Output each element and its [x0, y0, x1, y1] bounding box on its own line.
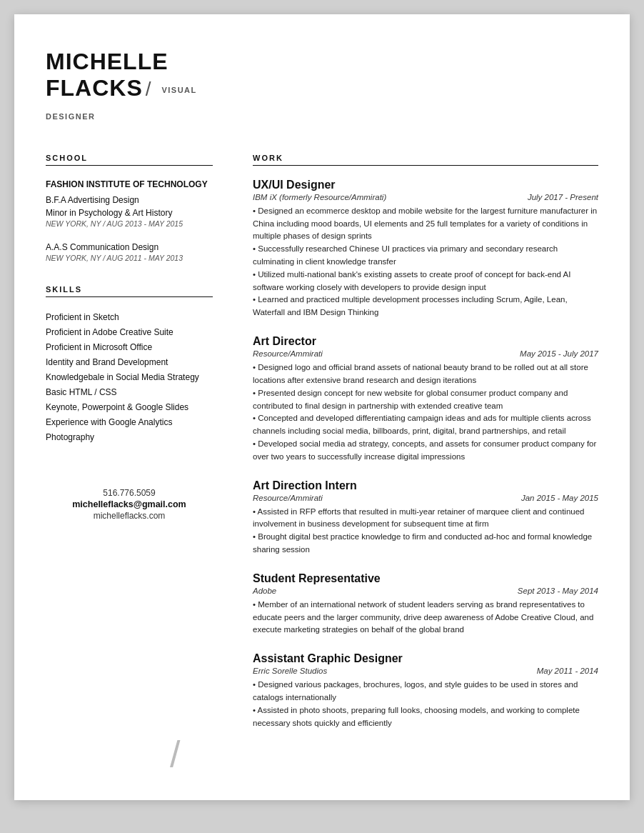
- job-block-1: Art Director Resource/Ammirati May 2015 …: [253, 335, 598, 464]
- skill-4: Knowledgebale in Social Media Strategy: [46, 370, 213, 385]
- bullet-0-3: • Learned and practiced multiple develop…: [253, 294, 598, 319]
- job-company-4: Erric Sorelle Studios: [253, 667, 327, 675]
- skill-1: Proficient in Adobe Creative Suite: [46, 325, 213, 340]
- skill-3: Identity and Brand Development: [46, 355, 213, 370]
- bullet-3-0: • Member of an international network of …: [253, 599, 598, 637]
- location-1: NEW YORK, NY / AUG 2013 - MAY 2015: [46, 219, 213, 228]
- contact-section: 516.776.5059 michelleflacks@gmail.com mi…: [46, 488, 213, 521]
- job-title-3: Student Representative: [253, 572, 598, 585]
- job-dates-3: Sept 2013 - May 2014: [518, 587, 598, 595]
- first-name: MICHELLE: [46, 49, 168, 74]
- header: MICHELLE FLACKS/ VISUALDESIGNER: [46, 49, 598, 128]
- school-block-2: A.A.S Communication Design NEW YORK, NY …: [46, 241, 213, 262]
- job-dates-1: May 2015 - July 2017: [520, 349, 598, 358]
- two-column-layout: SCHOOL FASHION INSTITUTE OF TECHNOLOGY B…: [46, 154, 598, 743]
- job-company-0: IBM iX (formerly Resource/Ammirati): [253, 193, 386, 201]
- bullet-0-1: • Successfully researched Chinese UI pra…: [253, 243, 598, 269]
- resume-page: MICHELLE FLACKS/ VISUALDESIGNER SCHOOL F…: [14, 14, 630, 800]
- minor-1: Minor in Psychology & Art History: [46, 206, 213, 219]
- job-company-2: Resource/Ammirati: [253, 494, 323, 502]
- school-section-label: SCHOOL: [46, 154, 213, 166]
- job-bullets-0: • Designed an ecommerce desktop and mobi…: [253, 205, 598, 319]
- job-dates-0: July 2017 - Present: [528, 193, 598, 201]
- job-meta-2: Resource/Ammirati Jan 2015 - May 2015: [253, 494, 598, 502]
- last-name-text: FLACKS: [46, 75, 143, 101]
- bullet-4-1: • Assisted in photo shoots, preparing fu…: [253, 704, 598, 730]
- job-meta-1: Resource/Ammirati May 2015 - July 2017: [253, 349, 598, 358]
- decorative-slash: /: [170, 736, 180, 773]
- skills-section-label: SKILLS: [46, 285, 213, 297]
- right-column: WORK UX/UI Designer IBM iX (formerly Res…: [230, 154, 598, 743]
- job-title-4: Assistant Graphic Designer: [253, 652, 598, 665]
- job-bullets-3: • Member of an international network of …: [253, 599, 598, 637]
- bullet-2-0: • Assisted in RFP efforts that resulted …: [253, 506, 598, 532]
- last-name: FLACKS/ VISUALDESIGNER: [46, 75, 598, 128]
- job-bullets-4: • Designed various packages, brochures, …: [253, 679, 598, 729]
- skill-6: Keynote, Powerpoint & Google Slides: [46, 400, 213, 415]
- bullet-4-0: • Designed various packages, brochures, …: [253, 679, 598, 704]
- job-block-2: Art Direction Intern Resource/Ammirati J…: [253, 479, 598, 557]
- bullet-1-0: • Designed logo and official brand asset…: [253, 361, 598, 387]
- skill-7: Experience with Google Analytics: [46, 415, 213, 430]
- job-company-3: Adobe: [253, 587, 276, 595]
- bullet-0-2: • Utilized multi-national bank's existin…: [253, 269, 598, 294]
- school-name-1: FASHION INSTITUTE OF TECHNOLOGY: [46, 179, 213, 191]
- contact-phone: 516.776.5059: [46, 488, 213, 498]
- degree-1: B.F.A Advertising Design: [46, 194, 213, 206]
- job-meta-3: Adobe Sept 2013 - May 2014: [253, 587, 598, 595]
- bullet-1-3: • Developed social media ad strategy, co…: [253, 438, 598, 464]
- school-section: SCHOOL FASHION INSTITUTE OF TECHNOLOGY B…: [46, 154, 213, 262]
- job-block-4: Assistant Graphic Designer Erric Sorelle…: [253, 652, 598, 729]
- school-block-1: FASHION INSTITUTE OF TECHNOLOGY B.F.A Ad…: [46, 179, 213, 228]
- skills-section: SKILLS Proficient in Sketch Proficient i…: [46, 285, 213, 445]
- job-dates-2: Jan 2015 - May 2015: [521, 494, 598, 502]
- work-section-label: WORK: [253, 154, 598, 166]
- job-company-1: Resource/Ammirati: [253, 349, 323, 358]
- job-bullets-1: • Designed logo and official brand asset…: [253, 361, 598, 464]
- job-bullets-2: • Assisted in RFP efforts that resulted …: [253, 506, 598, 557]
- bullet-0-0: • Designed an ecommerce desktop and mobi…: [253, 205, 598, 243]
- left-column: SCHOOL FASHION INSTITUTE OF TECHNOLOGY B…: [46, 154, 230, 743]
- header-slash: /: [146, 78, 152, 100]
- bullet-2-1: • Brought digital best practice knowledg…: [253, 531, 598, 557]
- skill-2: Proficient in Microsoft Office: [46, 340, 213, 355]
- contact-website: michelleflacks.com: [46, 511, 213, 521]
- job-title-2: Art Direction Intern: [253, 479, 598, 492]
- skill-0: Proficient in Sketch: [46, 310, 213, 325]
- job-meta-4: Erric Sorelle Studios May 2011 - 2014: [253, 667, 598, 675]
- job-title-1: Art Director: [253, 335, 598, 348]
- skills-list: Proficient in Sketch Proficient in Adobe…: [46, 310, 213, 445]
- job-meta-0: IBM iX (formerly Resource/Ammirati) July…: [253, 193, 598, 201]
- skill-8: Photography: [46, 430, 213, 445]
- job-title-0: UX/UI Designer: [253, 179, 598, 191]
- skill-5: Basic HTML / CSS: [46, 385, 213, 400]
- job-block-3: Student Representative Adobe Sept 2013 -…: [253, 572, 598, 637]
- contact-email: michelleflacks@gmail.com: [46, 499, 213, 509]
- bullet-1-1: • Presented design concept for new websi…: [253, 387, 598, 413]
- degree-2: A.A.S Communication Design: [46, 241, 213, 254]
- location-2: NEW YORK, NY / AUG 2011 - MAY 2013: [46, 254, 213, 262]
- job-dates-4: May 2011 - 2014: [537, 667, 598, 675]
- job-block-0: UX/UI Designer IBM iX (formerly Resource…: [253, 179, 598, 319]
- bullet-1-2: • Concepted and developed differentiatin…: [253, 412, 598, 438]
